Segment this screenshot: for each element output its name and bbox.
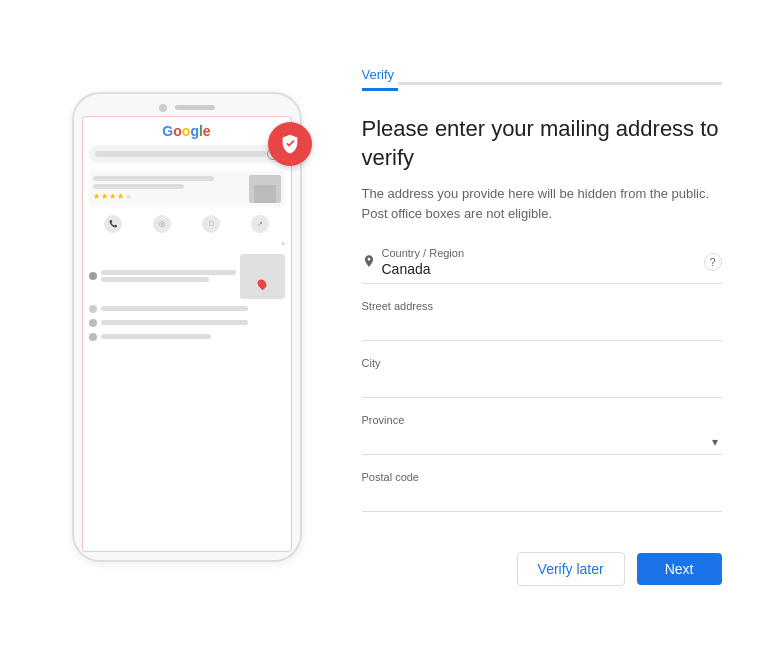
star-2: ★ bbox=[101, 192, 108, 201]
google-logo: Google bbox=[89, 123, 285, 139]
info-row-expand: › bbox=[89, 239, 285, 248]
clock-icon bbox=[89, 305, 97, 313]
info-row-web bbox=[89, 333, 285, 341]
star-3: ★ bbox=[109, 192, 116, 201]
hours-line bbox=[101, 306, 248, 311]
info-row-hours bbox=[89, 305, 285, 313]
business-info: ★ ★ ★ ★ ★ bbox=[93, 176, 245, 201]
buttons-row: Verify later Next bbox=[362, 552, 722, 586]
call-icon: 📞 bbox=[104, 215, 122, 233]
phone-top-bar bbox=[74, 94, 300, 116]
province-field-group: Province Alberta British Columbia Ontari… bbox=[362, 414, 722, 455]
postal-input[interactable] bbox=[362, 485, 722, 512]
phone-info-lines bbox=[101, 320, 285, 325]
star-5: ★ bbox=[125, 192, 132, 201]
star-1: ★ bbox=[93, 192, 100, 201]
progress-label: Verify bbox=[362, 67, 399, 91]
directions-icon: ◎ bbox=[153, 215, 171, 233]
info-row-location bbox=[89, 254, 285, 299]
street-label: Street address bbox=[362, 300, 722, 312]
share-icon: ↗ bbox=[251, 215, 269, 233]
location-info-lines bbox=[101, 270, 236, 282]
stars-row: ★ ★ ★ ★ ★ bbox=[93, 192, 245, 201]
province-label: Province bbox=[362, 414, 722, 426]
shield-icon bbox=[279, 133, 301, 155]
search-bar-line bbox=[95, 151, 267, 157]
country-field-group: Country / Region Canada ? bbox=[362, 247, 722, 284]
loc-line-1 bbox=[101, 270, 236, 275]
postal-field-group: Postal code bbox=[362, 471, 722, 512]
city-field-group: City bbox=[362, 357, 722, 398]
action-icons-row: 📞 ◎ □ ↗ bbox=[89, 215, 285, 233]
next-button[interactable]: Next bbox=[637, 553, 722, 585]
country-label: Country / Region bbox=[382, 247, 704, 259]
postal-label: Postal code bbox=[362, 471, 722, 483]
web-line bbox=[101, 334, 211, 339]
web-icon bbox=[89, 333, 97, 341]
map-pin-icon bbox=[256, 277, 269, 290]
province-select[interactable]: Alberta British Columbia Ontario Quebec bbox=[362, 428, 722, 455]
save-icon: □ bbox=[202, 215, 220, 233]
city-input[interactable] bbox=[362, 371, 722, 398]
street-field-group: Street address bbox=[362, 300, 722, 341]
phone-icon bbox=[89, 319, 97, 327]
store-icon bbox=[249, 175, 281, 203]
form-title: Please enter your mailing address to ver… bbox=[362, 115, 722, 172]
biz-sub-line bbox=[93, 184, 184, 189]
phone-line bbox=[101, 320, 248, 325]
business-card: ★ ★ ★ ★ ★ bbox=[89, 171, 285, 207]
form-description: The address you provide here will be hid… bbox=[362, 184, 722, 223]
form-section: Verify Please enter your mailing address… bbox=[362, 67, 722, 586]
store-body bbox=[254, 185, 276, 203]
shield-badge bbox=[268, 122, 312, 166]
biz-name-line bbox=[93, 176, 215, 181]
search-bar bbox=[89, 145, 285, 163]
expand-icon: › bbox=[282, 239, 285, 248]
verify-later-button[interactable]: Verify later bbox=[517, 552, 625, 586]
country-wrapper: Country / Region Canada ? bbox=[362, 247, 722, 284]
info-row-phone bbox=[89, 319, 285, 327]
phone-mockup: Google ★ ★ ★ ★ bbox=[72, 92, 302, 562]
location-pin-icon bbox=[362, 254, 376, 271]
help-icon[interactable]: ? bbox=[704, 253, 722, 271]
phone-camera bbox=[159, 104, 167, 112]
city-label: City bbox=[362, 357, 722, 369]
loc-line-2 bbox=[101, 277, 209, 282]
country-value: Canada bbox=[382, 261, 704, 277]
hours-info-lines bbox=[101, 306, 285, 311]
phone-mockup-section: Google ★ ★ ★ ★ bbox=[52, 92, 322, 562]
map-thumbnail bbox=[240, 254, 285, 299]
province-select-wrapper: Alberta British Columbia Ontario Quebec … bbox=[362, 428, 722, 455]
phone-speaker bbox=[175, 105, 215, 110]
location-dot-icon bbox=[89, 272, 97, 280]
street-input[interactable] bbox=[362, 314, 722, 341]
star-4: ★ bbox=[117, 192, 124, 201]
progress-area: Verify bbox=[362, 67, 722, 91]
progress-track bbox=[398, 82, 721, 85]
web-info-lines bbox=[101, 334, 285, 339]
phone-screen: Google ★ ★ ★ ★ bbox=[82, 116, 292, 552]
